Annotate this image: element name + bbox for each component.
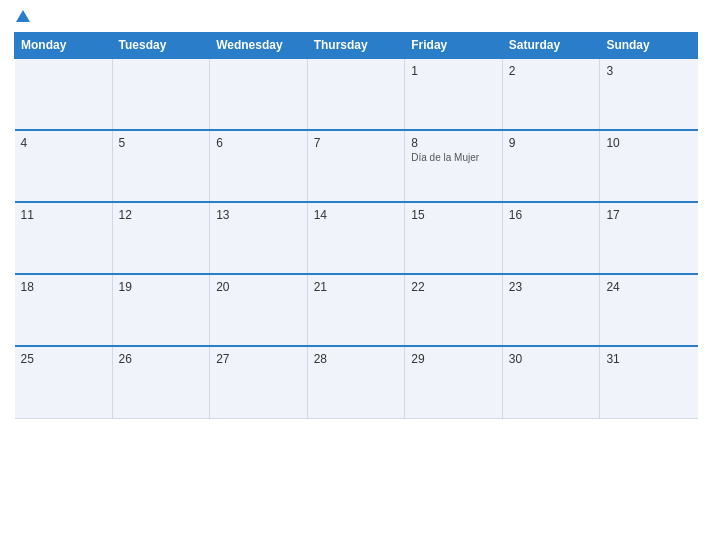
- calendar-cell-w5d2: 26: [112, 346, 210, 418]
- calendar-cell-w1d7: 3: [600, 58, 698, 130]
- day-number: 16: [509, 208, 594, 222]
- calendar-cell-w1d2: [112, 58, 210, 130]
- calendar-cell-w2d7: 10: [600, 130, 698, 202]
- day-number: 5: [119, 136, 204, 150]
- calendar-cell-w2d6: 9: [502, 130, 600, 202]
- weekday-header-friday: Friday: [405, 33, 503, 59]
- day-number: 18: [21, 280, 106, 294]
- week-row-2: 45678Día de la Mujer910: [15, 130, 698, 202]
- day-number: 21: [314, 280, 399, 294]
- calendar-cell-w4d5: 22: [405, 274, 503, 346]
- calendar-cell-w1d4: [307, 58, 405, 130]
- day-number: 23: [509, 280, 594, 294]
- calendar-cell-w1d6: 2: [502, 58, 600, 130]
- day-number: 1: [411, 64, 496, 78]
- day-number: 29: [411, 352, 496, 366]
- calendar-cell-w2d1: 4: [15, 130, 113, 202]
- day-number: 31: [606, 352, 691, 366]
- calendar-cell-w5d4: 28: [307, 346, 405, 418]
- weekday-header-tuesday: Tuesday: [112, 33, 210, 59]
- calendar-cell-w5d3: 27: [210, 346, 308, 418]
- event-label: Día de la Mujer: [411, 152, 496, 163]
- day-number: 30: [509, 352, 594, 366]
- calendar-cell-w5d6: 30: [502, 346, 600, 418]
- calendar-cell-w2d5: 8Día de la Mujer: [405, 130, 503, 202]
- calendar-cell-w1d5: 1: [405, 58, 503, 130]
- week-row-1: 123: [15, 58, 698, 130]
- day-number: 27: [216, 352, 301, 366]
- day-number: 7: [314, 136, 399, 150]
- weekday-header-sunday: Sunday: [600, 33, 698, 59]
- calendar-body: 12345678Día de la Mujer91011121314151617…: [15, 58, 698, 418]
- calendar-cell-w4d3: 20: [210, 274, 308, 346]
- calendar-cell-w3d5: 15: [405, 202, 503, 274]
- day-number: 14: [314, 208, 399, 222]
- calendar-cell-w3d3: 13: [210, 202, 308, 274]
- day-number: 13: [216, 208, 301, 222]
- day-number: 11: [21, 208, 106, 222]
- calendar-cell-w4d4: 21: [307, 274, 405, 346]
- day-number: 12: [119, 208, 204, 222]
- day-number: 15: [411, 208, 496, 222]
- day-number: 17: [606, 208, 691, 222]
- week-row-4: 18192021222324: [15, 274, 698, 346]
- calendar-cell-w5d1: 25: [15, 346, 113, 418]
- calendar-cell-w3d6: 16: [502, 202, 600, 274]
- week-row-3: 11121314151617: [15, 202, 698, 274]
- calendar-table: MondayTuesdayWednesdayThursdayFridaySatu…: [14, 32, 698, 419]
- day-number: 25: [21, 352, 106, 366]
- weekday-header-row: MondayTuesdayWednesdayThursdayFridaySatu…: [15, 33, 698, 59]
- day-number: 10: [606, 136, 691, 150]
- day-number: 4: [21, 136, 106, 150]
- weekday-header-wednesday: Wednesday: [210, 33, 308, 59]
- calendar-cell-w2d4: 7: [307, 130, 405, 202]
- header: [14, 10, 698, 24]
- calendar-cell-w4d6: 23: [502, 274, 600, 346]
- calendar-cell-w3d1: 11: [15, 202, 113, 274]
- day-number: 24: [606, 280, 691, 294]
- calendar-cell-w4d7: 24: [600, 274, 698, 346]
- calendar-cell-w1d1: [15, 58, 113, 130]
- day-number: 6: [216, 136, 301, 150]
- calendar-cell-w4d2: 19: [112, 274, 210, 346]
- calendar-cell-w5d7: 31: [600, 346, 698, 418]
- day-number: 28: [314, 352, 399, 366]
- day-number: 9: [509, 136, 594, 150]
- calendar-cell-w3d2: 12: [112, 202, 210, 274]
- week-row-5: 25262728293031: [15, 346, 698, 418]
- logo: [14, 10, 30, 24]
- day-number: 20: [216, 280, 301, 294]
- calendar-cell-w2d3: 6: [210, 130, 308, 202]
- day-number: 3: [606, 64, 691, 78]
- calendar-header: MondayTuesdayWednesdayThursdayFridaySatu…: [15, 33, 698, 59]
- calendar-cell-w3d4: 14: [307, 202, 405, 274]
- calendar-cell-w5d5: 29: [405, 346, 503, 418]
- weekday-header-monday: Monday: [15, 33, 113, 59]
- day-number: 19: [119, 280, 204, 294]
- calendar-cell-w1d3: [210, 58, 308, 130]
- day-number: 22: [411, 280, 496, 294]
- logo-triangle-icon: [16, 10, 30, 22]
- weekday-header-saturday: Saturday: [502, 33, 600, 59]
- calendar-cell-w2d2: 5: [112, 130, 210, 202]
- day-number: 26: [119, 352, 204, 366]
- calendar-cell-w3d7: 17: [600, 202, 698, 274]
- calendar-cell-w4d1: 18: [15, 274, 113, 346]
- weekday-header-thursday: Thursday: [307, 33, 405, 59]
- calendar-page: MondayTuesdayWednesdayThursdayFridaySatu…: [0, 0, 712, 550]
- day-number: 2: [509, 64, 594, 78]
- day-number: 8: [411, 136, 496, 150]
